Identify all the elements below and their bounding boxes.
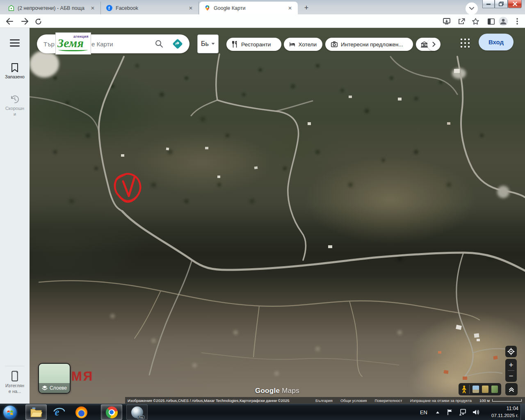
tab-abv-mail[interactable]: (2 непрочетени) - АБВ поща ✕ [3,2,101,14]
restaurants-icon [232,41,238,48]
share-button[interactable] [456,16,467,27]
new-tab-button[interactable]: + [301,3,312,14]
reload-button[interactable] [33,16,43,27]
taskbar-explorer-button[interactable] [25,404,47,420]
reload-icon [35,18,42,25]
chrome-icon [106,406,118,418]
google-apps-button[interactable] [460,38,470,48]
google-word: Google [255,387,280,395]
tab-title: (2 непрочетени) - АБВ поща [18,5,86,11]
install-icon [443,18,450,25]
clock-time: 11:04 [491,405,518,412]
tab-search-button[interactable] [466,2,478,15]
tray-language[interactable]: EN [420,404,427,420]
input-tools-button[interactable]: Бь [197,34,219,53]
speaker-icon [472,409,480,415]
back-icon [6,18,13,25]
attractions-icon [331,41,338,47]
chip-attractions[interactable]: Интересни предложен... [325,38,413,51]
zoom-control: + − [505,359,517,382]
red-annotation [114,174,140,202]
chip-label: Хотели [298,41,317,48]
tray-show-hidden-icons[interactable] [436,404,440,420]
side-panel-button[interactable] [486,16,496,27]
back-button[interactable] [4,16,15,27]
collapse-controls-button[interactable] [505,383,518,395]
svg-text:f: f [108,6,110,11]
browser-tab-strip: (2 непрочетени) - АБВ поща ✕ f Facebook … [0,0,525,14]
pegman-icon[interactable] [462,385,466,393]
maps-left-rail: Запазено Скорошни Изтегляне на... [0,28,30,404]
tab-close-icon[interactable]: ✕ [187,5,194,12]
zoom-out-button[interactable]: − [509,371,513,382]
footer-link-privacy[interactable]: Поверителност [374,398,402,403]
maps-favicon [204,5,210,11]
my-location-button[interactable] [505,346,517,357]
bookmark-star-button[interactable] [470,16,481,27]
chip-hotels[interactable]: Хотели [284,38,322,51]
layers-button[interactable]: Слоеве [38,363,71,394]
rail-item-saved[interactable]: Запазено [0,63,30,80]
tab-google-maps[interactable]: Google Карти ✕ [199,2,298,14]
forward-button[interactable] [20,16,30,27]
taskbar-chrome-button[interactable] [101,404,122,420]
footer-link-country[interactable]: България [315,398,333,403]
taskbar-firefox-button[interactable] [71,404,92,420]
install-button[interactable] [441,16,452,27]
rail-label: Запазено [0,74,30,80]
imagery-thumb-1[interactable] [472,386,479,393]
window-close-button[interactable] [508,0,522,8]
up-arrow-icon [436,411,440,414]
map-attribution-bar: Изображения ©2025 Airbus,CNES / Airbus,M… [125,397,525,404]
chip-label: Ресторанти [241,41,271,48]
start-button[interactable] [1,404,19,420]
taskbar-google-earth-button[interactable]: Pro [126,404,148,420]
footer-link-terms[interactable]: Общи условия [340,398,367,403]
avatar-icon [498,16,508,26]
map-canvas[interactable]: ЗЕМЯ Google Maps Изображения ©2025 Airbu… [30,28,525,404]
scale-label: 100 м [479,398,490,403]
star-icon [472,18,479,25]
window-restore-button[interactable] [495,0,508,8]
profile-avatar[interactable] [498,16,509,27]
sign-in-button[interactable]: Вход [479,34,514,50]
taskbar-ie-button[interactable]: e [48,404,70,420]
zoom-in-button[interactable]: + [509,359,513,370]
tab-close-icon[interactable]: ✕ [89,5,96,12]
window-minimize-button[interactable] [482,0,495,8]
apps-grid-icon [460,38,470,48]
desktop-screen: (2 непрочетени) - АБВ поща ✕ f Facebook … [0,0,525,420]
tray-network[interactable] [459,404,467,420]
tray-clock[interactable]: 11:04 07.11.2025 г. [491,405,518,419]
tab-close-icon[interactable]: ✕ [286,5,294,12]
main-menu-button[interactable] [10,39,20,47]
directions-button[interactable] [172,39,183,49]
museums-icon: M [421,41,428,48]
maps-word: Maps [282,387,299,395]
dropdown-arrow-icon [211,43,215,45]
rail-item-download[interactable]: Изтегляне на... [0,371,30,395]
network-icon [459,409,467,415]
imagery-thumb-3[interactable] [491,386,498,393]
tray-volume[interactable] [472,404,480,420]
show-desktop-button[interactable] [520,404,525,420]
rail-item-recent[interactable]: Скорошни [0,94,30,117]
divider [469,385,470,394]
explorer-icon [30,407,42,418]
layers-icon [42,385,48,391]
search-icon[interactable] [155,40,163,48]
chip-restaurants[interactable]: Ресторанти [226,38,281,51]
hotels-icon [290,41,295,47]
tray-action-center[interactable] [447,404,453,420]
chips-scroll-right-button[interactable] [427,38,441,51]
imagery-thumb-2[interactable] [482,386,488,393]
tab-facebook[interactable]: f Facebook ✕ [101,2,199,14]
input-tool-label: Бь [201,40,209,48]
menu-kebab-button[interactable] [512,16,523,27]
history-icon [10,94,20,104]
forward-icon [21,18,29,25]
chevron-down-icon [469,7,474,10]
footer-link-feedback[interactable]: Изпращане на отзиви за продукта [410,398,472,403]
my-location-icon [507,348,515,355]
google-maps-watermark: Google Maps [255,387,299,395]
